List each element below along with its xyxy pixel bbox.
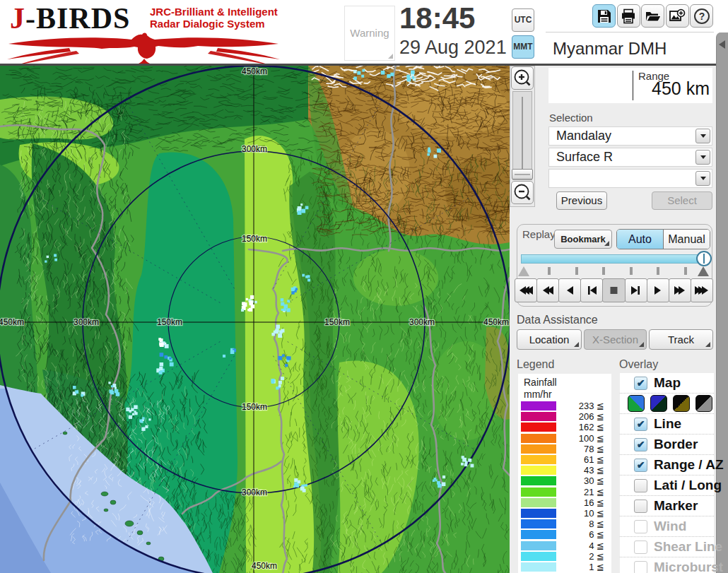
overlay-item-map: ✔Map (620, 373, 714, 394)
dropdown-arrow-icon[interactable] (695, 150, 710, 165)
previous-button[interactable]: Previous (556, 191, 607, 210)
empty-dropdown[interactable] (548, 169, 712, 188)
overlay-item-label: Shear Line (654, 539, 722, 555)
fast-forward-button[interactable] (669, 278, 691, 302)
station-dropdown[interactable]: Mandalay (548, 126, 712, 146)
legend-value: 2 ≦ (589, 551, 604, 562)
overlay-item-line: ✔Line (620, 414, 714, 435)
zoom-slider-handle[interactable] (512, 169, 533, 179)
print-button[interactable] (617, 4, 640, 28)
data-assistance-label: Data Assistance (517, 314, 598, 326)
stop-button[interactable] (602, 278, 625, 302)
range-ring-label: 150km (242, 234, 267, 244)
legend-color-swatch (521, 519, 556, 528)
map-style-swatch[interactable] (673, 395, 690, 412)
open-button[interactable] (641, 4, 664, 28)
checkbox-border[interactable]: ✔ (634, 438, 647, 451)
map-style-row (620, 394, 714, 414)
legend-color-swatch (521, 434, 556, 443)
help-button[interactable]: ? (690, 4, 713, 28)
product-dropdown[interactable]: Surface R (548, 148, 712, 167)
play-button[interactable] (647, 278, 669, 302)
radar-map[interactable]: 450km300km150km150km300km450km450km300km… (0, 66, 510, 573)
manual-button[interactable]: Manual (664, 230, 710, 249)
legend-color-swatch (521, 423, 556, 432)
prev-frame-button[interactable] (580, 278, 603, 302)
map-style-swatch[interactable] (695, 395, 712, 412)
legend-color-swatch (521, 552, 556, 561)
legend-value: 43 ≦ (584, 465, 604, 475)
save-button[interactable] (592, 4, 616, 28)
next-frame-icon (626, 285, 645, 296)
range-ring-label: 150km (324, 317, 350, 327)
checkbox-marker[interactable] (634, 500, 647, 513)
add-image-button[interactable] (666, 4, 689, 28)
legend-label: Legend (517, 358, 554, 371)
checkbox-range-az[interactable]: ✔ (634, 459, 647, 472)
checkbox-line[interactable]: ✔ (634, 418, 647, 431)
legend-row: 162 ≦ (518, 422, 611, 432)
replay-slider[interactable] (521, 254, 709, 264)
app-logo: J-BIRDS (10, 1, 130, 35)
range-value: 450 km (626, 78, 710, 99)
rewind-to-start-icon (517, 285, 536, 296)
forward-to-end-button[interactable] (691, 278, 713, 302)
legend-color-swatch (521, 401, 556, 410)
bookmark-button[interactable]: Bookmark (554, 230, 612, 249)
location-button[interactable]: Location (517, 329, 582, 350)
eagle-logo-icon (6, 33, 281, 64)
utc-button[interactable]: UTC (512, 8, 534, 32)
legend-row: 78 ≦ (518, 444, 611, 454)
replay-tick (548, 267, 551, 275)
replay-tick (657, 267, 659, 275)
select-button[interactable]: Select (652, 191, 712, 210)
prev-frame-icon (582, 285, 601, 296)
zoom-out-button[interactable] (511, 181, 534, 204)
header-divider (546, 32, 714, 33)
replay-range-end-marker[interactable] (698, 266, 709, 276)
map-style-swatch[interactable] (628, 395, 645, 412)
warning-panel[interactable]: Warning (344, 6, 395, 61)
track-button[interactable]: Track (649, 329, 713, 350)
legend-row: 8 ≦ (518, 519, 611, 529)
legend-value: 162 ≦ (579, 422, 604, 432)
zoom-in-button[interactable] (511, 66, 534, 90)
replay-slider-knob[interactable] (696, 251, 712, 266)
overlay-label: Overlay (619, 358, 658, 371)
legend-color-swatch (521, 455, 556, 464)
map-style-swatch[interactable] (650, 395, 667, 412)
rewind-button[interactable] (536, 278, 559, 302)
dropdown-arrow-icon[interactable] (695, 129, 710, 143)
legend-row: 4 ≦ (518, 540, 611, 551)
legend-value: 233 ≦ (579, 401, 604, 411)
legend-row: 16 ≦ (518, 497, 611, 508)
range-ring-label: 450km (0, 317, 24, 327)
checkbox-map[interactable]: ✔ (634, 377, 647, 390)
legend-color-swatch (521, 488, 556, 497)
station-name: Myanmar DMH (546, 35, 714, 62)
dropdown-arrow-icon[interactable] (695, 171, 710, 186)
checkbox-lati-long[interactable] (634, 479, 647, 492)
step-back-icon (560, 285, 580, 296)
step-back-button[interactable] (558, 278, 581, 302)
legend-row: 21 ≦ (518, 487, 611, 497)
legend-row: 2 ≦ (518, 551, 611, 562)
replay-range-start-marker[interactable] (518, 266, 529, 276)
play-icon (648, 285, 667, 296)
legend-row: 30 ≦ (518, 475, 611, 486)
replay-tick (630, 267, 633, 275)
overlay-item-label: Microburst (654, 560, 723, 573)
replay-tick (684, 267, 687, 275)
next-frame-button[interactable] (625, 278, 647, 302)
mmt-button[interactable]: MMT (512, 35, 534, 59)
range-ring-label: 300km (409, 317, 435, 327)
xsection-button[interactable]: X-Section (584, 329, 647, 350)
legend-row: 10 ≦ (518, 508, 611, 519)
legend-value: 10 ≦ (584, 508, 604, 519)
add-image-icon (669, 8, 686, 24)
legend-row: 61 ≦ (518, 454, 611, 465)
rewind-to-start-button[interactable] (515, 278, 537, 302)
legend-value: 8 ≦ (589, 519, 604, 529)
range-ring-label: 450km (252, 561, 277, 571)
auto-button[interactable]: Auto (617, 230, 664, 249)
